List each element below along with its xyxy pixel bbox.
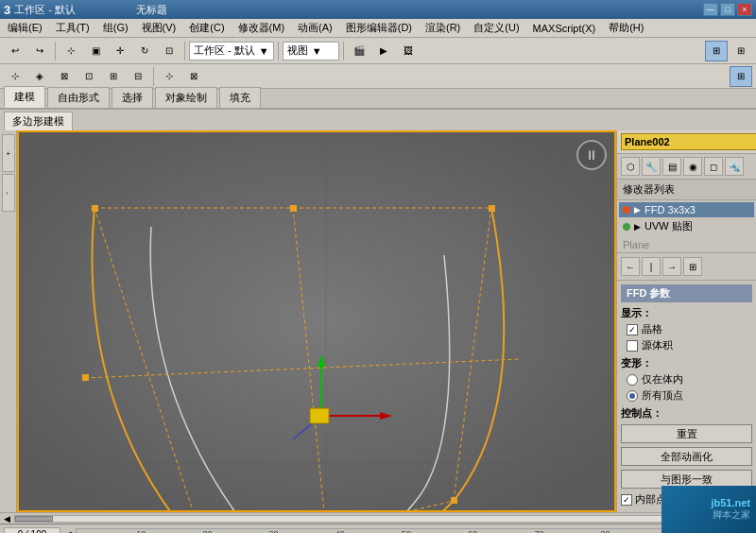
scroll-left-btn[interactable]: ◀: [4, 514, 10, 524]
rp-icon-shape[interactable]: ⬡: [621, 157, 640, 176]
ffd-radio1[interactable]: [627, 374, 638, 386]
watermark: jb51.net 脚本之家: [662, 486, 756, 533]
frame-range[interactable]: 0 / 100: [4, 527, 60, 534]
ffd-source-checkbox[interactable]: [627, 340, 638, 352]
menu-edit[interactable]: 编辑(E): [2, 19, 48, 37]
ruler-mark-50: 50: [402, 529, 411, 534]
ruler-mark-20: 20: [202, 529, 212, 534]
rp-icon-modifier[interactable]: 🔧: [642, 157, 661, 176]
viewport-pause-button[interactable]: ⏸: [576, 140, 607, 170]
viewport[interactable]: [+][正][真实 + 边面]: [17, 130, 616, 512]
select-button[interactable]: ⊹: [60, 41, 82, 61]
rp-icon-utility[interactable]: 🔩: [725, 157, 744, 176]
svg-rect-11: [489, 205, 495, 212]
redo-button[interactable]: ↪: [28, 41, 51, 61]
ffd-lattice-checkbox[interactable]: ✓: [627, 324, 638, 335]
menu-customize[interactable]: 自定义(U): [468, 19, 524, 37]
tb2-btn3[interactable]: ⊠: [53, 66, 76, 87]
ruler-mark-60: 60: [468, 529, 477, 534]
mod-dot-uvw: [623, 223, 630, 231]
render-setup-button[interactable]: 🎬: [348, 41, 370, 61]
rp-icon-hierarchy[interactable]: ▤: [662, 157, 681, 176]
menu-animation[interactable]: 动画(A): [292, 19, 338, 37]
ffd-deform-label: 变形：: [621, 356, 752, 370]
rp-icon-motion[interactable]: ◉: [683, 157, 702, 176]
h-scrollbar[interactable]: ◀ ▶: [0, 512, 756, 524]
scrollbar-thumb[interactable]: [15, 516, 53, 522]
tb2-end-btn[interactable]: ⊞: [730, 66, 752, 87]
minimize-button[interactable]: —: [703, 3, 718, 16]
snap-button[interactable]: ⊞: [705, 41, 728, 61]
tb2-btn7[interactable]: ⊹: [158, 66, 180, 87]
menu-maxscript[interactable]: MAXScript(X): [527, 21, 602, 36]
tab-fill[interactable]: 填充: [219, 87, 261, 108]
rp-icon-display[interactable]: ◻: [704, 157, 723, 176]
tab-select[interactable]: 选择: [112, 87, 153, 108]
tab-freeform[interactable]: 自由形式: [47, 87, 110, 108]
rotate-button[interactable]: ↻: [133, 41, 156, 61]
rp-nav-icon4[interactable]: ⊞: [683, 257, 702, 276]
tab-row: 建模 自由形式 选择 对象绘制 填充: [0, 89, 756, 110]
move-button[interactable]: ✛: [109, 41, 131, 61]
ffd-lattice-row: ✓ 晶格: [621, 322, 752, 336]
maximize-button[interactable]: □: [720, 3, 735, 16]
tb2-btn2[interactable]: ◈: [28, 66, 51, 87]
ffd-radio2[interactable]: [627, 390, 638, 402]
close-button[interactable]: ×: [737, 3, 752, 16]
chevron-down-icon-2: ▼: [312, 45, 322, 57]
ruler-mark-80: 80: [601, 529, 610, 534]
render-button[interactable]: ▶: [372, 41, 395, 61]
ruler-mark-10: 10: [136, 529, 146, 534]
left-panel-strip: + -: [0, 130, 17, 512]
render-frame-button[interactable]: 🖼: [397, 41, 420, 61]
menu-tools[interactable]: 工具(T): [50, 19, 95, 37]
timeline-ruler[interactable]: 10 20 30 40 50 60 70 80 90: [76, 528, 741, 534]
menu-create[interactable]: 创建(C): [183, 19, 230, 37]
menu-render[interactable]: 渲染(R): [420, 19, 466, 37]
ffd-source-row: 源体积: [621, 338, 752, 352]
tb2-btn8[interactable]: ⊠: [182, 66, 205, 87]
ffd-reset-button[interactable]: 重置: [621, 424, 752, 443]
modifier-uvw[interactable]: ▶ UVW 贴图: [619, 217, 754, 235]
scale-button[interactable]: ⊡: [158, 41, 180, 61]
tab-modeling[interactable]: 建模: [4, 86, 45, 108]
undo-button[interactable]: ↩: [4, 41, 26, 61]
subtab-poly[interactable]: 多边形建模: [4, 112, 73, 130]
rp-nav-icon3[interactable]: →: [662, 257, 681, 276]
rp-nav-icon1[interactable]: ←: [621, 257, 640, 276]
scrollbar-track[interactable]: [14, 515, 742, 523]
right-panel-header: [617, 130, 756, 154]
svg-rect-9: [92, 205, 98, 212]
ffd-panel-title: FFD 参数: [621, 284, 752, 302]
modifier-ffd[interactable]: ▶ FFD 3x3x3: [619, 202, 754, 217]
menu-group[interactable]: 组(G): [97, 19, 134, 37]
tab-paint[interactable]: 对象绘制: [155, 87, 217, 108]
right-panel: ⬡ 🔧 ▤ ◉ ◻ 🔩 修改器列表 ▶ FFD 3x3x3 ▶ UVW 贴图 P…: [616, 130, 756, 512]
menu-modifier[interactable]: 修改器(M): [232, 19, 291, 37]
rp-nav-icon2[interactable]: |: [642, 257, 661, 276]
ffd-control-label: 控制点：: [621, 406, 752, 421]
viewport-scene: X Y: [19, 132, 614, 510]
timeline-left-btn[interactable]: ◀: [64, 529, 72, 533]
tb2-btn5[interactable]: ⊞: [102, 66, 125, 87]
object-name-input[interactable]: [621, 133, 756, 150]
menu-view[interactable]: 视图(V): [136, 19, 182, 37]
workspace-dropdown[interactable]: 工作区 - 默认: [14, 3, 76, 17]
tb2-btn4[interactable]: ⊡: [77, 66, 100, 87]
tb2-btn1[interactable]: ⊹: [4, 66, 26, 87]
select-region-button[interactable]: ▣: [84, 41, 107, 61]
app-icon: 3: [4, 3, 10, 17]
title-text: 无标题: [136, 3, 167, 17]
left-strip-btn1[interactable]: +: [2, 134, 15, 172]
snap-button2[interactable]: ⊞: [730, 41, 752, 61]
ffd-inner-checkbox[interactable]: ✓: [621, 494, 632, 506]
menu-graph-editor[interactable]: 图形编辑器(D): [340, 19, 418, 37]
watermark-name: 脚本之家: [713, 508, 750, 522]
tb2-btn6[interactable]: ⊟: [127, 66, 149, 87]
menu-help[interactable]: 帮助(H): [603, 19, 649, 37]
ffd-radio2-row: 所有顶点: [621, 388, 752, 403]
view-dropdown[interactable]: 视图 ▼: [283, 42, 339, 60]
left-strip-btn2[interactable]: -: [2, 174, 15, 212]
ffd-animate-button[interactable]: 全部动画化: [621, 447, 752, 466]
workspace-dropdown[interactable]: 工作区 - 默认 ▼: [189, 42, 274, 60]
